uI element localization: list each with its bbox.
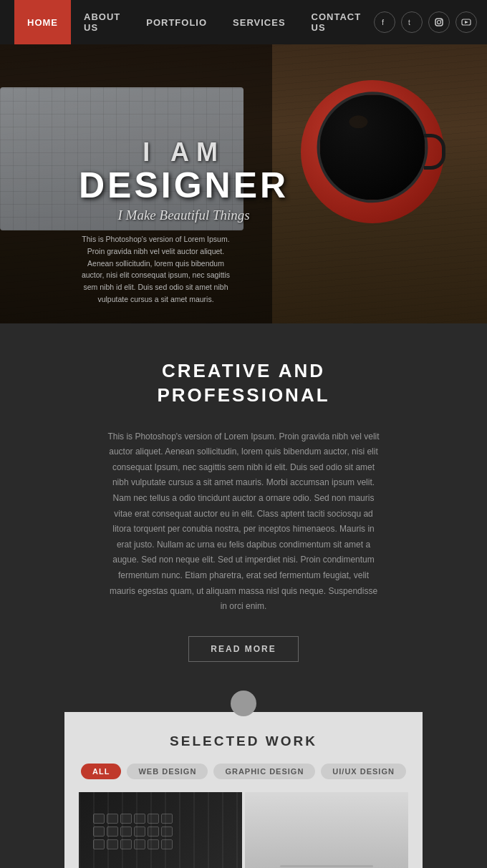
instagram-icon[interactable] — [428, 11, 450, 33]
creative-section: CREATIVE AND PROFESSIONAL This is Photos… — [0, 323, 487, 691]
svg-text:f: f — [382, 18, 385, 26]
nav-item-contact[interactable]: CONTACT US — [299, 0, 375, 44]
hero-title: DESIGNER — [79, 167, 289, 203]
twitter-icon[interactable]: t — [401, 11, 423, 33]
nav-item-home[interactable]: HOME — [14, 0, 71, 44]
filter-uiux-button[interactable]: UI/UX DESIGN — [321, 764, 406, 779]
coffee-handle — [424, 134, 445, 170]
selected-work-wrapper: SELECTED WORK ALL WEB DESIGN GRAPHIC DES… — [0, 691, 487, 868]
svg-point-3 — [438, 21, 441, 24]
hero-tagline: I Make Beautiful Things — [79, 208, 289, 223]
selected-work-title: SELECTED WORK — [79, 733, 408, 749]
selected-work-section: SELECTED WORK ALL WEB DESIGN GRAPHIC DES… — [64, 712, 423, 868]
filter-web-button[interactable]: WEB DESIGN — [127, 764, 208, 779]
creative-title: CREATIVE AND PROFESSIONAL — [157, 359, 329, 408]
svg-marker-6 — [465, 21, 468, 24]
filter-all-button[interactable]: ALL — [81, 764, 121, 779]
portfolio-item-2[interactable] — [245, 792, 408, 868]
nav-links: HOME ABOUT US PORTFOLIO SERVICES CONTACT… — [14, 0, 374, 44]
nav-item-about[interactable]: ABOUT US — [71, 0, 133, 44]
coffee-reflection — [349, 116, 368, 129]
nav-item-services[interactable]: SERVICES — [220, 0, 299, 44]
filter-buttons: ALL WEB DESIGN GRAPHIC DESIGN UI/UX DESI… — [79, 764, 408, 779]
facebook-icon[interactable]: f — [374, 11, 395, 33]
coffee-decoration — [286, 59, 458, 245]
svg-point-4 — [440, 19, 442, 21]
circle-top-decoration — [231, 691, 256, 716]
portfolio-grid — [79, 792, 408, 868]
nav-item-portfolio[interactable]: PORTFOLIO — [133, 0, 220, 44]
youtube-icon[interactable] — [455, 11, 477, 33]
creative-read-more-button[interactable]: READ MORE — [188, 636, 298, 662]
hero-description: This is Photoshop's version of Lorem Ips… — [79, 233, 233, 306]
portfolio-item-1[interactable] — [79, 792, 242, 868]
coffee-cup-body — [317, 92, 428, 203]
creative-text: This is Photoshop's version of Lorem Ips… — [107, 429, 380, 615]
hero-iam-text: I AM — [79, 137, 289, 167]
hero-btn-container: READ MORE — [79, 321, 289, 323]
hero-content: I AM DESIGNER I Make Beautiful Things Th… — [79, 137, 289, 323]
navbar: HOME ABOUT US PORTFOLIO SERVICES CONTACT… — [0, 0, 487, 44]
hero-section: I AM DESIGNER I Make Beautiful Things Th… — [0, 44, 487, 323]
social-icons: f t — [374, 11, 477, 33]
svg-text:t: t — [408, 19, 410, 26]
phone-cable — [280, 865, 373, 867]
filter-graphic-button[interactable]: GRAPHIC DESIGN — [213, 764, 315, 779]
